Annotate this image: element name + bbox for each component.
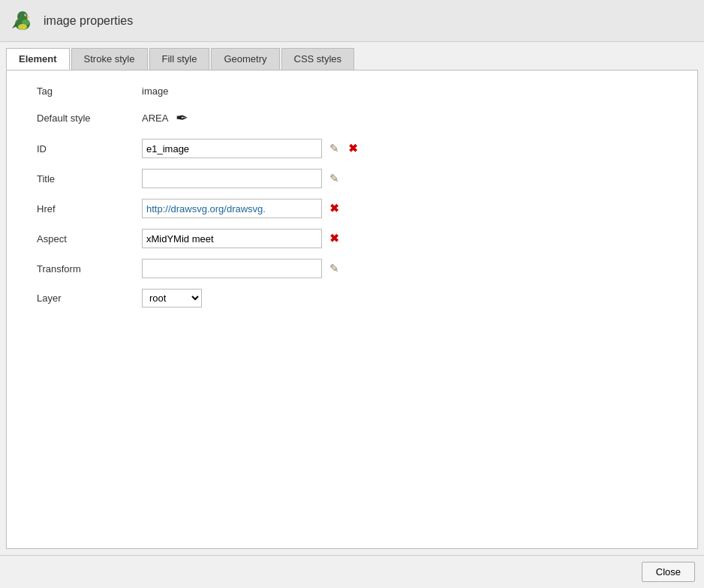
row-default-style: Default style AREA ✒ [22, 107, 682, 128]
svg-point-7 [18, 24, 27, 30]
edit-icon: ✎ [329, 142, 339, 154]
label-tag: Tag [22, 86, 142, 97]
dialog-body: Element Stroke style Fill style Geometry… [0, 42, 704, 555]
row-layer: Layer root [22, 289, 682, 308]
input-title[interactable] [142, 169, 322, 188]
transform-edit-button[interactable]: ✎ [326, 260, 342, 277]
tab-fill-style[interactable]: Fill style [149, 48, 210, 70]
label-transform: Transform [22, 263, 142, 274]
delete-icon-aspect: ✖ [329, 232, 339, 244]
input-aspect[interactable] [142, 229, 322, 248]
row-aspect: Aspect ✖ [22, 229, 682, 248]
app-logo [9, 8, 36, 34]
label-default-style: Default style [22, 112, 142, 124]
window-title: image properties [44, 14, 133, 28]
input-href[interactable] [142, 199, 322, 218]
title-bar: image properties [0, 0, 704, 42]
edit-icon-title: ✎ [329, 172, 339, 184]
transform-actions: ✎ [326, 260, 342, 277]
href-actions: ✖ [326, 200, 342, 217]
row-transform: Transform ✎ [22, 259, 682, 278]
row-title: Title ✎ [22, 169, 682, 188]
label-aspect: Aspect [22, 233, 142, 244]
id-delete-button[interactable]: ✖ [345, 140, 361, 157]
value-default-style: AREA [142, 112, 168, 124]
delete-icon: ✖ [348, 142, 358, 154]
id-edit-button[interactable]: ✎ [326, 140, 342, 157]
tab-css-styles[interactable]: CSS styles [281, 48, 355, 70]
input-id[interactable] [142, 139, 322, 158]
tab-geometry[interactable]: Geometry [211, 48, 279, 70]
default-style-actions: ✒ [173, 107, 191, 128]
id-actions: ✎ ✖ [326, 140, 361, 157]
row-href: Href ✖ [22, 199, 682, 218]
label-href: Href [22, 203, 142, 214]
tab-bar: Element Stroke style Fill style Geometry… [6, 48, 698, 70]
delete-icon-href: ✖ [329, 202, 339, 214]
label-title: Title [22, 173, 142, 184]
svg-marker-3 [27, 16, 30, 18]
label-layer: Layer [22, 292, 142, 304]
title-actions: ✎ [326, 170, 342, 187]
input-transform[interactable] [142, 259, 322, 278]
row-tag: Tag image [22, 86, 682, 97]
label-id: ID [22, 143, 142, 154]
tab-element[interactable]: Element [6, 48, 70, 70]
layer-select[interactable]: root [142, 289, 202, 308]
aspect-actions: ✖ [326, 230, 342, 247]
svg-point-5 [26, 14, 26, 15]
default-style-pen-button[interactable]: ✒ [173, 107, 191, 128]
href-delete-button[interactable]: ✖ [326, 200, 342, 217]
content-area: Tag image Default style AREA ✒ ID [6, 70, 698, 549]
title-edit-button[interactable]: ✎ [326, 170, 342, 187]
footer: Close [0, 555, 704, 588]
close-button[interactable]: Close [642, 562, 695, 582]
pen-icon: ✒ [176, 110, 188, 126]
edit-icon-transform: ✎ [329, 262, 339, 274]
value-tag: image [142, 86, 168, 97]
tab-stroke-style[interactable]: Stroke style [71, 48, 148, 70]
row-id: ID ✎ ✖ [22, 139, 682, 158]
aspect-delete-button[interactable]: ✖ [326, 230, 342, 247]
